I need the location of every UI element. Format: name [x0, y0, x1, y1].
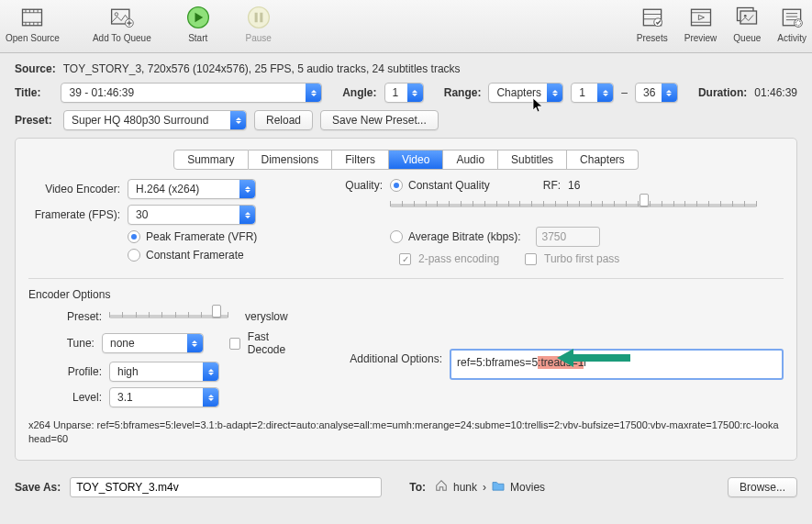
svg-point-23	[654, 18, 662, 27]
title-select[interactable]: 39 - 01:46:39	[61, 83, 322, 103]
angle-label: Angle:	[342, 86, 376, 99]
tab-video[interactable]: Video	[389, 150, 443, 170]
tabs: Summary Dimensions Filters Video Audio S…	[28, 150, 784, 170]
range-type-select[interactable]: Chapters	[488, 83, 563, 103]
film-icon	[18, 4, 46, 31]
svg-point-12	[115, 13, 118, 17]
play-icon	[184, 4, 212, 31]
presets-icon	[639, 4, 666, 31]
pause-icon	[245, 4, 273, 31]
tab-filters[interactable]: Filters	[332, 150, 389, 170]
range-label: Range:	[444, 86, 482, 99]
source-label: Source:	[15, 62, 56, 75]
two-pass-label: 2-pass encoding	[418, 252, 499, 265]
queue-label: Queue	[733, 33, 761, 43]
additional-options-input[interactable]: ref=5:bframes=5:treads=1	[450, 349, 784, 380]
tab-summary[interactable]: Summary	[173, 150, 248, 170]
framerate-label: Framerate (FPS):	[28, 208, 120, 221]
svg-point-29	[744, 15, 747, 17]
browse-button[interactable]: Browse...	[728, 477, 797, 497]
unparse-text: x264 Unparse: ref=5:bframes=5:level=3.1:…	[28, 418, 784, 447]
svg-rect-19	[260, 13, 262, 23]
quality-slider[interactable]	[390, 197, 757, 214]
tab-audio[interactable]: Audio	[443, 150, 498, 170]
home-icon	[435, 479, 448, 495]
fast-decode-label: Fast Decode	[248, 330, 304, 356]
encoder-label: Video Encoder:	[28, 183, 120, 195]
tab-chapters[interactable]: Chapters	[567, 150, 639, 170]
constant-framerate-radio[interactable]: Constant Framerate	[128, 249, 244, 262]
svg-point-17	[248, 7, 269, 28]
breadcrumb: hunk › Movies	[435, 479, 545, 495]
svg-rect-28	[740, 11, 757, 24]
presets-button[interactable]: Presets	[637, 4, 668, 52]
radio-dot-icon	[128, 249, 140, 262]
reload-button[interactable]: Reload	[254, 110, 313, 130]
presets-label: Presets	[637, 33, 668, 43]
duration-value: 01:46:39	[754, 86, 797, 99]
encoder-select[interactable]: H.264 (x264)	[128, 179, 256, 199]
rf-value: 16	[568, 179, 580, 192]
rf-label: RF:	[543, 179, 561, 192]
tune-select[interactable]: none	[102, 333, 204, 353]
toolbar: Open Source Add To Queue Start Pause Pre…	[0, 0, 812, 53]
radio-dot-icon	[128, 230, 140, 243]
avg-bitrate-radio[interactable]: Average Bitrate (kbps):	[390, 230, 521, 243]
preview-button[interactable]: Preview	[684, 4, 717, 52]
start-label: Start	[188, 33, 207, 43]
level-select[interactable]: 3.1	[109, 387, 219, 407]
preset-select[interactable]: Super HQ 480p30 Surround	[63, 110, 247, 130]
profile-label: Profile:	[28, 365, 102, 378]
radio-dot-icon	[390, 230, 403, 243]
preset-label: Preset:	[15, 114, 56, 127]
saveas-input[interactable]	[70, 477, 382, 497]
activity-button[interactable]: Activity	[777, 4, 806, 52]
preview-icon	[687, 4, 715, 31]
quality-label: Quality:	[337, 179, 383, 192]
peak-framerate-radio[interactable]: Peak Framerate (VFR)	[128, 230, 257, 243]
add-to-queue-label: Add To Queue	[93, 33, 151, 43]
constant-quality-radio[interactable]: Constant Quality	[390, 179, 490, 192]
to-label: To:	[409, 481, 426, 494]
range-sep: –	[621, 86, 628, 99]
start-button[interactable]: Start	[184, 4, 212, 52]
tab-dimensions[interactable]: Dimensions	[249, 150, 333, 170]
activity-label: Activity	[777, 33, 806, 43]
save-new-preset-button[interactable]: Save New Preset...	[320, 110, 439, 130]
addopt-label: Additional Options:	[337, 349, 442, 365]
queue-button[interactable]: Queue	[733, 4, 761, 52]
turbo-label: Turbo first pass	[544, 252, 619, 265]
title-label: Title:	[15, 86, 53, 99]
fast-decode-checkbox[interactable]	[229, 338, 240, 350]
svg-rect-24	[691, 9, 710, 26]
profile-select[interactable]: high	[109, 362, 219, 382]
enc-preset-label: Preset:	[28, 310, 102, 323]
tab-subtitles[interactable]: Subtitles	[498, 150, 567, 170]
duration-label: Duration:	[698, 86, 747, 99]
add-to-queue-button[interactable]: Add To Queue	[93, 4, 151, 52]
enc-preset-slider[interactable]	[109, 308, 228, 325]
preview-label: Preview	[684, 33, 717, 43]
turbo-checkbox	[525, 253, 537, 265]
source-value: TOY_STORY_3, 720x576 (1024x576), 25 FPS,…	[63, 62, 461, 75]
settings-panel: Summary Dimensions Filters Video Audio S…	[15, 138, 797, 461]
image-add-icon	[108, 4, 136, 31]
saveas-label: Save As:	[15, 481, 61, 494]
enc-preset-value: veryslow	[245, 310, 288, 323]
svg-rect-18	[254, 13, 257, 23]
bitrate-input: 3750	[536, 227, 600, 247]
tune-label: Tune:	[28, 337, 95, 350]
two-pass-checkbox	[399, 253, 411, 265]
queue-icon	[733, 4, 761, 31]
angle-select[interactable]: 1	[384, 83, 424, 103]
radio-dot-icon	[390, 179, 403, 192]
open-source-button[interactable]: Open Source	[6, 4, 60, 52]
pause-label: Pause	[246, 33, 272, 43]
addopt-text: ref=5:bframes=5:treads=1	[457, 354, 585, 369]
range-from-select[interactable]: 1	[571, 83, 614, 103]
open-source-label: Open Source	[6, 33, 60, 43]
range-to-select[interactable]: 36	[635, 83, 678, 103]
framerate-select[interactable]: 30	[128, 205, 256, 225]
folder-icon	[492, 480, 505, 494]
pause-button: Pause	[245, 4, 273, 52]
